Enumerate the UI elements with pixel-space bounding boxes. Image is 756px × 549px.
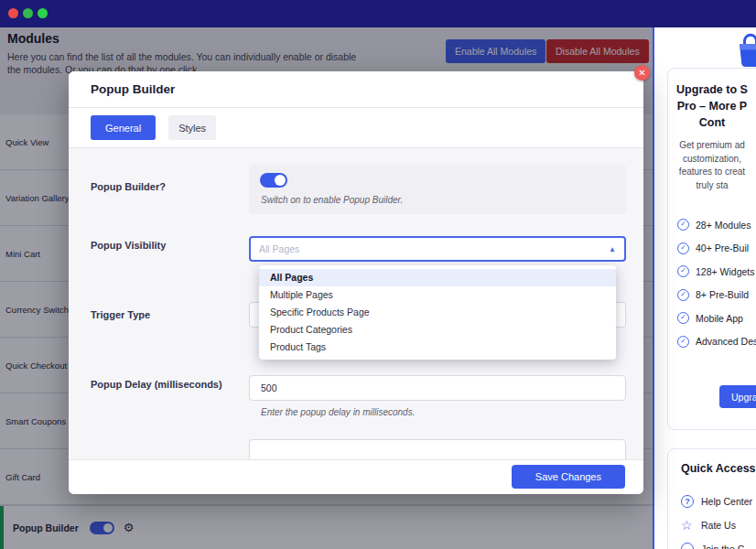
close-icon[interactable]: ✕ [634, 65, 650, 81]
modal-body: Popup Builder? Switch on to enable Popup… [69, 148, 643, 459]
upgrade-description-line: features to creat [668, 166, 756, 179]
app-window: Modules Here you can find the list of al… [0, 0, 756, 549]
popup-builder-switch[interactable] [260, 173, 287, 188]
modules-page: Modules Here you can find the list of al… [0, 27, 653, 549]
visibility-dropdown-list: All Pages Multiple Pages Specific Produc… [259, 265, 616, 360]
feature-item: ✓8+ Pre-Build [668, 284, 756, 307]
star-icon: ☆ [681, 519, 694, 532]
trigger-type-label: Trigger Type [91, 309, 150, 320]
option-product-tags[interactable]: Product Tags [259, 339, 616, 356]
popup-builder-field: Switch on to enable Popup Builder. [249, 165, 626, 214]
upgrade-description: Get premium ad customization, features t… [668, 139, 756, 192]
option-specific-products-page[interactable]: Specific Products Page [259, 304, 616, 321]
window-minimize-button[interactable] [23, 8, 33, 18]
modal-title: Popup Builder [69, 71, 643, 108]
popup-builder-help: Switch on to enable Popup Builder. [261, 195, 403, 205]
popup-visibility-label: Popup Visibility [91, 240, 166, 251]
feature-item: ✓Advanced Des [668, 330, 756, 354]
modal-tabs: General Styles [69, 108, 643, 148]
upgrade-description-line: Get premium ad [668, 139, 756, 153]
check-circle-icon: ✓ [677, 219, 689, 231]
check-circle-icon: ✓ [677, 336, 689, 348]
feature-item: ✓Mobile App [668, 307, 756, 330]
window-titlebar [0, 0, 756, 27]
window-zoom-button[interactable] [38, 8, 48, 18]
feature-item: ✓128+ Widgets [668, 260, 756, 284]
popup-delay-input[interactable] [249, 375, 626, 401]
quick-access-title: Quick Access [681, 462, 756, 475]
community-icon [681, 543, 694, 549]
upgrade-description-line: truly sta [668, 179, 756, 193]
promo-sidebar: Upgrade to S Pro – More P Cont Get premi… [653, 27, 756, 549]
popup-visibility-select[interactable]: All Pages ▲ [249, 236, 626, 262]
feature-item: ✓40+ Pre-Buil [668, 237, 756, 261]
upgrade-title-line: Upgrade to S [668, 81, 756, 98]
select-placeholder: All Pages [259, 243, 299, 254]
window-close-button[interactable] [8, 8, 18, 18]
join-community-link[interactable]: Join the C [681, 537, 752, 549]
tab-styles[interactable]: Styles [168, 115, 216, 140]
next-field-input-partial[interactable] [249, 439, 626, 459]
feature-list: ✓28+ Modules ✓40+ Pre-Buil ✓128+ Widgets… [668, 213, 756, 353]
modal-footer: Save Changes [69, 459, 643, 494]
upgrade-title: Upgrade to S Pro – More P Cont [668, 81, 756, 131]
help-center-link[interactable]: ? Help Center [681, 490, 752, 513]
check-circle-icon: ✓ [677, 289, 689, 301]
check-circle-icon: ✓ [677, 242, 689, 254]
option-all-pages[interactable]: All Pages [259, 269, 616, 286]
popup-delay-label: Popup Delay (milliseconds) [91, 379, 222, 390]
upgrade-description-line: customization, [668, 153, 756, 167]
popup-builder-modal: ✕ Popup Builder General Styles Popup Bui… [69, 71, 643, 494]
quick-access-card: Quick Access ? Help Center ☆ Rate Us Joi… [667, 448, 756, 549]
feature-item: ✓28+ Modules [668, 213, 756, 237]
upgrade-title-line: Pro – More P [668, 98, 756, 114]
caret-up-icon: ▲ [609, 245, 616, 253]
upgrade-card: Upgrade to S Pro – More P Cont Get premi… [667, 68, 756, 430]
check-circle-icon: ✓ [677, 312, 689, 324]
save-changes-button[interactable]: Save Changes [512, 465, 625, 489]
popup-delay-help: Enter the popup delay in milliseconds. [261, 407, 415, 417]
sidebar-divider [653, 27, 654, 549]
check-circle-icon: ✓ [677, 265, 689, 277]
shopping-bag-icon [730, 29, 756, 73]
upgrade-button[interactable]: Upgrad [719, 385, 756, 408]
tab-general[interactable]: General [91, 115, 156, 140]
option-product-categories[interactable]: Product Categories [259, 321, 616, 339]
option-multiple-pages[interactable]: Multiple Pages [259, 286, 616, 304]
upgrade-title-line: Cont [668, 114, 756, 131]
rate-us-link[interactable]: ☆ Rate Us [681, 513, 752, 537]
popup-builder-label: Popup Builder? [91, 181, 166, 192]
quick-access-list: ? Help Center ☆ Rate Us Join the C [681, 490, 752, 549]
question-circle-icon: ? [681, 495, 694, 508]
